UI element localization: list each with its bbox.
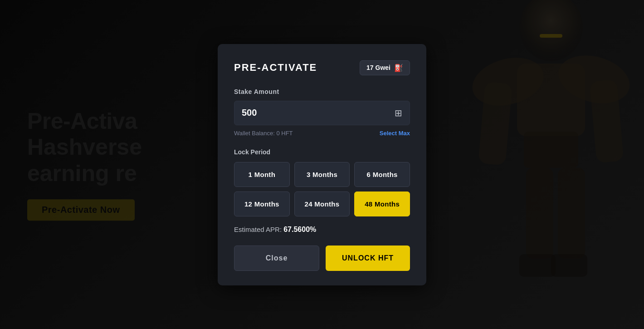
- period-1-month[interactable]: 1 Month: [234, 162, 290, 187]
- period-6-months[interactable]: 6 Months: [354, 162, 410, 187]
- estimated-apr-label: Estimated APR:: [234, 226, 282, 233]
- stake-amount-label: Stake Amount: [234, 88, 410, 95]
- gas-icon: ⛽: [394, 64, 403, 72]
- select-max-link[interactable]: Select Max: [380, 130, 410, 137]
- unlock-hft-button[interactable]: Unlock HFT: [326, 246, 410, 271]
- pre-activate-modal: PRE-ACTIVATE 17 Gwei ⛽ Stake Amount ⊞ Wa…: [218, 44, 426, 285]
- wallet-row: Wallet Balance: 0 HFT Select Max: [234, 130, 410, 137]
- modal-overlay: PRE-ACTIVATE 17 Gwei ⛽ Stake Amount ⊞ Wa…: [0, 0, 644, 329]
- wallet-balance-text: Wallet Balance: 0 HFT: [234, 130, 293, 137]
- stake-amount-input[interactable]: [242, 108, 332, 118]
- stake-amount-wrapper: ⊞: [234, 101, 410, 125]
- estimated-apr-value: 67.5600%: [283, 226, 316, 233]
- period-24-months[interactable]: 24 Months: [294, 192, 350, 216]
- lock-period-grid: 1 Month 3 Months 6 Months 12 Months 24 M…: [234, 162, 410, 216]
- lock-period-label: Lock Period: [234, 148, 410, 156]
- period-12-months[interactable]: 12 Months: [234, 192, 290, 216]
- modal-actions: Close Unlock HFT: [234, 246, 410, 271]
- modal-header: PRE-ACTIVATE 17 Gwei ⛽: [234, 60, 410, 75]
- modal-title: PRE-ACTIVATE: [234, 62, 317, 74]
- crosshair-icon[interactable]: ⊞: [395, 108, 402, 118]
- period-48-months[interactable]: 48 Months: [354, 192, 410, 216]
- estimated-apr: Estimated APR: 67.5600%: [234, 226, 410, 234]
- gas-badge: 17 Gwei ⛽: [360, 60, 410, 75]
- close-button[interactable]: Close: [234, 246, 319, 271]
- period-3-months[interactable]: 3 Months: [294, 162, 350, 187]
- gas-value: 17 Gwei: [366, 64, 390, 71]
